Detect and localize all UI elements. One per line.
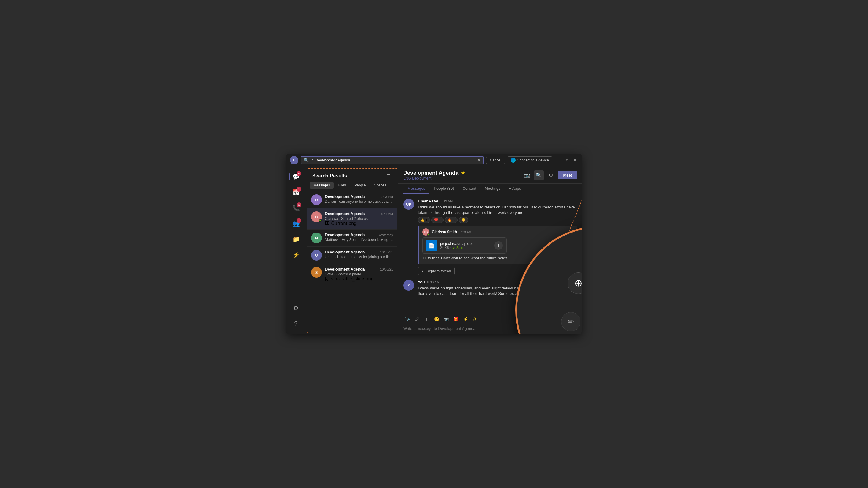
file-info: project-roadmap.doc 24 KB • ✔ Safe — [440, 241, 491, 250]
add-icon: ⊕ — [575, 278, 582, 288]
minimize-button[interactable]: — — [556, 157, 562, 163]
file-attachment: 📄 project-roadmap.doc 24 KB • ✔ Safe — [422, 237, 507, 254]
text-format-button[interactable]: T — [423, 315, 431, 323]
tab-chat-people[interactable]: People (30) — [430, 184, 458, 194]
result-content: Development Agenda Yesterday Matthew - H… — [325, 233, 393, 242]
result-time: 10/09/21 — [380, 250, 393, 254]
emoji-button[interactable]: 😊 — [432, 315, 441, 323]
chat-tabs: Messages People (30) Content Meetings + … — [398, 184, 582, 194]
ai-button[interactable]: ✨ — [471, 315, 479, 323]
magnify-add-button[interactable]: ⊕ — [567, 272, 582, 294]
sticker-button[interactable]: 🎁 — [452, 315, 460, 323]
tab-messages[interactable]: Messages — [310, 182, 334, 189]
chat-badge: 5 — [297, 171, 301, 176]
result-name: Development Agenda — [325, 212, 365, 216]
giphy-button[interactable]: 📷 — [442, 315, 450, 323]
result-preview: Sofia - Shared a photo — [325, 272, 393, 276]
user-avatar[interactable]: U — [290, 156, 299, 164]
list-item[interactable]: U Development Agenda 10/09/21 Umar - Hi … — [307, 247, 397, 264]
sidebar-item-more[interactable]: ··· — [289, 263, 303, 278]
search-results-header: Search Results ☰ — [307, 169, 397, 182]
cancel-button[interactable]: Cancel — [486, 157, 505, 164]
maximize-button[interactable]: □ — [564, 157, 570, 163]
avatar: UP — [403, 199, 414, 210]
calls-badge: 1 — [297, 202, 301, 207]
magnify-annotate-button[interactable]: ✏ — [561, 312, 581, 331]
window-controls: — □ ✕ — [556, 157, 578, 163]
magnify-overlay: ⊕ Meet ✏ 🔍 ⚙ outreach — [516, 226, 582, 334]
sidebar-item-chat[interactable]: 💬 5 — [289, 169, 303, 184]
reply-to-thread-button[interactable]: ↩ Reply to thread — [418, 267, 455, 275]
attach-button[interactable]: 📎 — [403, 315, 412, 323]
tab-files[interactable]: Files — [335, 182, 350, 189]
tab-chat-meetings[interactable]: Meetings — [480, 184, 505, 194]
file-size: 24 KB — [440, 246, 449, 250]
sidebar-item-calls[interactable]: 📞 1 — [289, 201, 303, 215]
message-author: Umar Patel — [418, 199, 438, 203]
annotate-icon: ✏ — [567, 317, 574, 326]
settings-button[interactable]: ⚙ — [546, 170, 556, 180]
people-badge: 1 — [297, 218, 301, 223]
tab-chat-messages[interactable]: Messages — [403, 184, 430, 194]
file-meta: 24 KB • ✔ Safe — [440, 246, 491, 250]
search-input[interactable] — [310, 158, 475, 162]
sidebar-item-calendar[interactable]: 📅 1 — [289, 185, 303, 199]
message-time: 8:30 AM — [427, 281, 439, 284]
title-bar: U 🔍 ✕ Cancel Connect to a device — □ ✕ — [286, 154, 582, 167]
reaction-thumbsup[interactable]: 👍 1 — [418, 217, 430, 223]
search-bar[interactable]: 🔍 ✕ — [301, 156, 484, 164]
result-name: Development Agenda — [325, 233, 365, 237]
chat-subtitle[interactable]: ENG Deployment — [403, 176, 465, 181]
result-preview: Matthew - Hey Sonali, I've been looking … — [325, 238, 393, 242]
apps-icon: ⚡ — [292, 251, 300, 258]
sidebar-item-apps[interactable]: ⚡ — [289, 248, 303, 262]
reactions: 👍 1 ❤️ 1 🔥 3 😊 — [418, 217, 577, 223]
sidebar-item-settings[interactable]: ⚙ — [289, 301, 303, 315]
reaction-fire[interactable]: 🔥 3 — [445, 217, 457, 223]
search-button[interactable]: 🔍 — [534, 170, 544, 180]
sidebar-icons: 💬 5 📅 1 📞 1 👥 1 📁 ⚡ ··· — [286, 167, 306, 334]
chat-header-actions: 📷 🔍 ⚙ Meet — [522, 170, 577, 180]
result-content: Development Agenda 8:44 AM Clarissa - Sh… — [325, 212, 393, 226]
more-toolbar-button[interactable]: ⚡ — [461, 315, 470, 323]
tab-chat-content[interactable]: Content — [458, 184, 480, 194]
result-name: Development Agenda — [325, 194, 365, 199]
list-item[interactable]: C Development Agenda 8:44 AM Clarissa - … — [307, 208, 397, 230]
reaction-smile[interactable]: 😊 — [459, 217, 468, 223]
list-item[interactable]: M Development Agenda Yesterday Matthew -… — [307, 230, 397, 247]
message-text: I think we should all take a moment to r… — [418, 204, 577, 216]
close-button[interactable]: ✕ — [572, 157, 578, 163]
sidebar-item-help[interactable]: ? — [289, 316, 303, 331]
sidebar-item-people[interactable]: 👥 1 — [289, 216, 303, 231]
search-results-panel: Search Results ☰ Messages Files People S… — [307, 168, 397, 333]
download-button[interactable]: ⬇ — [494, 241, 503, 250]
filter-tabs: Messages Files People Spaces — [307, 182, 397, 191]
reaction-heart[interactable]: ❤️ 1 — [431, 217, 444, 223]
app-window: U 🔍 ✕ Cancel Connect to a device — □ ✕ 💬… — [286, 154, 582, 334]
avatar: M — [311, 233, 322, 243]
format-button[interactable]: 🖊 — [413, 315, 421, 323]
message-time: 8:12 AM — [441, 199, 453, 203]
list-item[interactable]: D Development Agenda 2:03 PM Darren - ca… — [307, 191, 397, 208]
result-content: Development Agenda 10/06/21 Sofia - Shar… — [325, 267, 393, 282]
sidebar-item-files[interactable]: 📁 — [289, 232, 303, 247]
tab-chat-apps[interactable]: + Apps — [505, 184, 525, 194]
avatar: D — [311, 194, 322, 205]
file-preview-label: 🖼 site-traffic_slice.png — [325, 276, 393, 282]
tab-spaces[interactable]: Spaces — [370, 182, 390, 189]
search-clear-icon[interactable]: ✕ — [477, 158, 481, 162]
tab-people[interactable]: People — [351, 182, 369, 189]
magnify-content: ⊕ Meet ✏ 🔍 ⚙ outreach — [517, 228, 582, 334]
connect-device-button[interactable]: Connect to a device — [507, 156, 552, 164]
result-time: 8:44 AM — [381, 212, 393, 216]
star-icon[interactable]: ★ — [461, 170, 465, 176]
filter-button[interactable]: ☰ — [385, 172, 392, 180]
result-preview: Clarissa - Shared 2 photos — [325, 217, 393, 221]
camera-icon-button[interactable]: 📷 — [522, 170, 532, 180]
list-item[interactable]: S Development Agenda 10/06/21 Sofia - Sh… — [307, 264, 397, 285]
meet-button[interactable]: Meet — [558, 171, 577, 179]
reply-label: Reply to thread — [427, 269, 451, 273]
file-preview-label: 🖼 Current.png — [325, 221, 393, 226]
chat-header: Development Agenda ★ ENG Deployment 📷 🔍 … — [398, 167, 582, 184]
edge-icon — [511, 158, 516, 163]
